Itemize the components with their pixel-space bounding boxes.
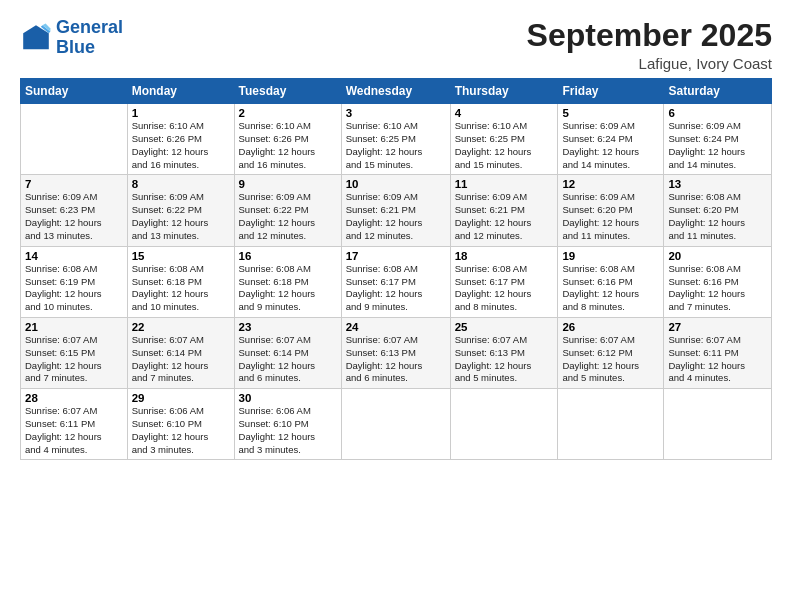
- days-header-row: SundayMondayTuesdayWednesdayThursdayFrid…: [21, 79, 772, 104]
- calendar-cell: [664, 389, 772, 460]
- day-header-saturday: Saturday: [664, 79, 772, 104]
- calendar-week-5: 28Sunrise: 6:07 AM Sunset: 6:11 PM Dayli…: [21, 389, 772, 460]
- day-number: 19: [562, 250, 659, 262]
- day-number: 6: [668, 107, 767, 119]
- page: General Blue September 2025 Lafigue, Ivo…: [0, 0, 792, 612]
- calendar-cell: 29Sunrise: 6:06 AM Sunset: 6:10 PM Dayli…: [127, 389, 234, 460]
- day-number: 21: [25, 321, 123, 333]
- location-subtitle: Lafigue, Ivory Coast: [527, 55, 772, 72]
- day-detail: Sunrise: 6:07 AM Sunset: 6:14 PM Dayligh…: [239, 334, 337, 385]
- day-header-wednesday: Wednesday: [341, 79, 450, 104]
- day-number: 11: [455, 178, 554, 190]
- day-number: 10: [346, 178, 446, 190]
- header: General Blue September 2025 Lafigue, Ivo…: [20, 18, 772, 72]
- logo-text: General Blue: [56, 18, 123, 58]
- day-detail: Sunrise: 6:08 AM Sunset: 6:18 PM Dayligh…: [239, 263, 337, 314]
- calendar-table: SundayMondayTuesdayWednesdayThursdayFrid…: [20, 78, 772, 460]
- logo-icon: [20, 22, 52, 54]
- day-number: 18: [455, 250, 554, 262]
- day-number: 16: [239, 250, 337, 262]
- day-number: 2: [239, 107, 337, 119]
- calendar-week-4: 21Sunrise: 6:07 AM Sunset: 6:15 PM Dayli…: [21, 317, 772, 388]
- calendar-week-3: 14Sunrise: 6:08 AM Sunset: 6:19 PM Dayli…: [21, 246, 772, 317]
- calendar-cell: 25Sunrise: 6:07 AM Sunset: 6:13 PM Dayli…: [450, 317, 558, 388]
- day-header-friday: Friday: [558, 79, 664, 104]
- calendar-cell: 21Sunrise: 6:07 AM Sunset: 6:15 PM Dayli…: [21, 317, 128, 388]
- day-number: 23: [239, 321, 337, 333]
- calendar-cell: 9Sunrise: 6:09 AM Sunset: 6:22 PM Daylig…: [234, 175, 341, 246]
- calendar-cell: 24Sunrise: 6:07 AM Sunset: 6:13 PM Dayli…: [341, 317, 450, 388]
- day-number: 22: [132, 321, 230, 333]
- calendar-week-2: 7Sunrise: 6:09 AM Sunset: 6:23 PM Daylig…: [21, 175, 772, 246]
- day-detail: Sunrise: 6:07 AM Sunset: 6:14 PM Dayligh…: [132, 334, 230, 385]
- title-block: September 2025 Lafigue, Ivory Coast: [527, 18, 772, 72]
- day-number: 8: [132, 178, 230, 190]
- calendar-cell: 27Sunrise: 6:07 AM Sunset: 6:11 PM Dayli…: [664, 317, 772, 388]
- calendar-cell: 13Sunrise: 6:08 AM Sunset: 6:20 PM Dayli…: [664, 175, 772, 246]
- day-detail: Sunrise: 6:08 AM Sunset: 6:20 PM Dayligh…: [668, 191, 767, 242]
- calendar-cell: 12Sunrise: 6:09 AM Sunset: 6:20 PM Dayli…: [558, 175, 664, 246]
- calendar-cell: 20Sunrise: 6:08 AM Sunset: 6:16 PM Dayli…: [664, 246, 772, 317]
- day-header-thursday: Thursday: [450, 79, 558, 104]
- day-detail: Sunrise: 6:08 AM Sunset: 6:18 PM Dayligh…: [132, 263, 230, 314]
- calendar-cell: 11Sunrise: 6:09 AM Sunset: 6:21 PM Dayli…: [450, 175, 558, 246]
- day-detail: Sunrise: 6:09 AM Sunset: 6:24 PM Dayligh…: [668, 120, 767, 171]
- day-detail: Sunrise: 6:10 AM Sunset: 6:26 PM Dayligh…: [132, 120, 230, 171]
- month-title: September 2025: [527, 18, 772, 53]
- calendar-cell: 10Sunrise: 6:09 AM Sunset: 6:21 PM Dayli…: [341, 175, 450, 246]
- calendar-cell: 26Sunrise: 6:07 AM Sunset: 6:12 PM Dayli…: [558, 317, 664, 388]
- day-detail: Sunrise: 6:10 AM Sunset: 6:25 PM Dayligh…: [455, 120, 554, 171]
- day-detail: Sunrise: 6:09 AM Sunset: 6:22 PM Dayligh…: [132, 191, 230, 242]
- day-detail: Sunrise: 6:09 AM Sunset: 6:21 PM Dayligh…: [346, 191, 446, 242]
- calendar-cell: 23Sunrise: 6:07 AM Sunset: 6:14 PM Dayli…: [234, 317, 341, 388]
- day-detail: Sunrise: 6:08 AM Sunset: 6:17 PM Dayligh…: [346, 263, 446, 314]
- day-number: 27: [668, 321, 767, 333]
- calendar-cell: 14Sunrise: 6:08 AM Sunset: 6:19 PM Dayli…: [21, 246, 128, 317]
- day-number: 24: [346, 321, 446, 333]
- day-number: 1: [132, 107, 230, 119]
- day-detail: Sunrise: 6:09 AM Sunset: 6:23 PM Dayligh…: [25, 191, 123, 242]
- day-number: 9: [239, 178, 337, 190]
- calendar-week-1: 1Sunrise: 6:10 AM Sunset: 6:26 PM Daylig…: [21, 104, 772, 175]
- day-detail: Sunrise: 6:09 AM Sunset: 6:22 PM Dayligh…: [239, 191, 337, 242]
- day-number: 15: [132, 250, 230, 262]
- day-detail: Sunrise: 6:08 AM Sunset: 6:16 PM Dayligh…: [668, 263, 767, 314]
- day-header-monday: Monday: [127, 79, 234, 104]
- calendar-cell: 1Sunrise: 6:10 AM Sunset: 6:26 PM Daylig…: [127, 104, 234, 175]
- day-number: 26: [562, 321, 659, 333]
- calendar-cell: 4Sunrise: 6:10 AM Sunset: 6:25 PM Daylig…: [450, 104, 558, 175]
- calendar-cell: [450, 389, 558, 460]
- day-detail: Sunrise: 6:08 AM Sunset: 6:19 PM Dayligh…: [25, 263, 123, 314]
- day-detail: Sunrise: 6:07 AM Sunset: 6:15 PM Dayligh…: [25, 334, 123, 385]
- day-header-tuesday: Tuesday: [234, 79, 341, 104]
- day-detail: Sunrise: 6:06 AM Sunset: 6:10 PM Dayligh…: [132, 405, 230, 456]
- calendar-cell: 18Sunrise: 6:08 AM Sunset: 6:17 PM Dayli…: [450, 246, 558, 317]
- day-detail: Sunrise: 6:07 AM Sunset: 6:13 PM Dayligh…: [346, 334, 446, 385]
- calendar-cell: 28Sunrise: 6:07 AM Sunset: 6:11 PM Dayli…: [21, 389, 128, 460]
- calendar-cell: 22Sunrise: 6:07 AM Sunset: 6:14 PM Dayli…: [127, 317, 234, 388]
- day-detail: Sunrise: 6:09 AM Sunset: 6:20 PM Dayligh…: [562, 191, 659, 242]
- day-detail: Sunrise: 6:10 AM Sunset: 6:26 PM Dayligh…: [239, 120, 337, 171]
- calendar-cell: 17Sunrise: 6:08 AM Sunset: 6:17 PM Dayli…: [341, 246, 450, 317]
- day-number: 28: [25, 392, 123, 404]
- calendar-cell: 7Sunrise: 6:09 AM Sunset: 6:23 PM Daylig…: [21, 175, 128, 246]
- calendar-cell: [341, 389, 450, 460]
- day-number: 17: [346, 250, 446, 262]
- day-number: 14: [25, 250, 123, 262]
- day-detail: Sunrise: 6:09 AM Sunset: 6:21 PM Dayligh…: [455, 191, 554, 242]
- day-number: 13: [668, 178, 767, 190]
- day-number: 5: [562, 107, 659, 119]
- calendar-cell: 19Sunrise: 6:08 AM Sunset: 6:16 PM Dayli…: [558, 246, 664, 317]
- day-number: 30: [239, 392, 337, 404]
- day-detail: Sunrise: 6:06 AM Sunset: 6:10 PM Dayligh…: [239, 405, 337, 456]
- day-header-sunday: Sunday: [21, 79, 128, 104]
- day-number: 20: [668, 250, 767, 262]
- day-detail: Sunrise: 6:09 AM Sunset: 6:24 PM Dayligh…: [562, 120, 659, 171]
- day-detail: Sunrise: 6:07 AM Sunset: 6:11 PM Dayligh…: [25, 405, 123, 456]
- day-detail: Sunrise: 6:10 AM Sunset: 6:25 PM Dayligh…: [346, 120, 446, 171]
- calendar-cell: 5Sunrise: 6:09 AM Sunset: 6:24 PM Daylig…: [558, 104, 664, 175]
- calendar-cell: [558, 389, 664, 460]
- calendar-cell: 6Sunrise: 6:09 AM Sunset: 6:24 PM Daylig…: [664, 104, 772, 175]
- calendar-cell: 15Sunrise: 6:08 AM Sunset: 6:18 PM Dayli…: [127, 246, 234, 317]
- day-number: 25: [455, 321, 554, 333]
